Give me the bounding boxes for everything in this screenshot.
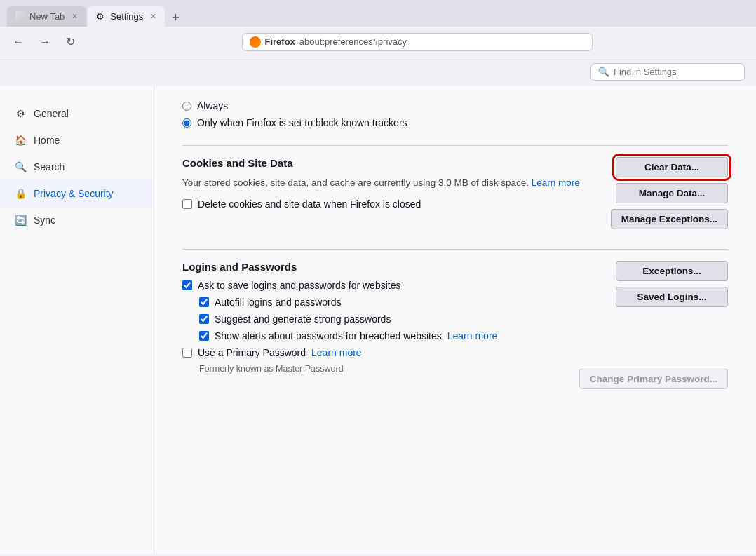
suggest-row: Suggest and generate strong passwords xyxy=(199,313,562,325)
suggest-checkbox[interactable] xyxy=(199,314,209,324)
sync-icon: 🔄 xyxy=(14,214,27,226)
ask-save-label: Ask to save logins and passwords for web… xyxy=(198,280,400,291)
delete-cookies-label: Delete cookies and site data when Firefo… xyxy=(198,198,421,210)
change-primary-password-button[interactable]: Change Primary Password... xyxy=(579,369,728,389)
lock-icon: 🔒 xyxy=(14,187,27,200)
manage-exceptions-button[interactable]: Manage Exceptions... xyxy=(611,209,728,229)
tab-newtab[interactable]: New Tab ✕ xyxy=(7,6,86,27)
tab-settings-close[interactable]: ✕ xyxy=(150,12,156,21)
find-settings-input[interactable] xyxy=(614,67,737,77)
always-label: Always xyxy=(197,100,228,111)
search-icon: 🔍 xyxy=(14,161,27,173)
sidebar-item-home[interactable]: 🏠 Home xyxy=(0,127,154,154)
tab-bar: New Tab ✕ ⚙ Settings ✕ + xyxy=(0,0,756,27)
logins-left: Logins and Passwords Ask to save logins … xyxy=(182,261,562,389)
alerts-learn-more[interactable]: Learn more xyxy=(447,330,498,341)
autofill-checkbox[interactable] xyxy=(199,297,209,307)
divider-2 xyxy=(182,249,728,250)
firefox-logo xyxy=(250,36,261,48)
tracking-protection-group: Always Only when Firefox is set to block… xyxy=(182,100,728,128)
forward-button[interactable]: → xyxy=(35,33,55,51)
tab-settings-label: Settings xyxy=(110,11,143,22)
cookies-title: Cookies and Site Data xyxy=(182,157,594,169)
find-bar-row: 🔍 xyxy=(0,57,756,86)
main-layout: ⚙ General 🏠 Home 🔍 Search 🔒 Privacy & Se… xyxy=(0,86,756,554)
sidebar: ⚙ General 🏠 Home 🔍 Search 🔒 Privacy & Se… xyxy=(0,86,154,554)
browser-chrome: New Tab ✕ ⚙ Settings ✕ + ← → ↻ Firefox a… xyxy=(0,0,756,57)
logins-section: Logins and Passwords Ask to save logins … xyxy=(182,261,728,389)
address-bar[interactable]: Firefox about:preferences#privacy xyxy=(242,33,593,51)
logins-right: Exceptions... Saved Logins... Change Pri… xyxy=(579,261,728,389)
use-primary-label: Use a Primary Password xyxy=(198,347,306,358)
only-when-radio[interactable] xyxy=(182,118,191,128)
always-radio[interactable] xyxy=(182,102,191,111)
sidebar-label-general: General xyxy=(34,108,69,119)
use-primary-checkbox[interactable] xyxy=(182,348,192,358)
manage-data-button[interactable]: Manage Data... xyxy=(616,183,728,203)
exceptions-button[interactable]: Exceptions... xyxy=(616,261,728,281)
formerly-known: Formerly known as Master Password xyxy=(199,364,562,374)
sidebar-label-privacy: Privacy & Security xyxy=(34,188,114,199)
search-icon: 🔍 xyxy=(598,67,609,77)
autofill-row: Autofill logins and passwords xyxy=(199,297,562,308)
site-name: Firefox xyxy=(265,36,295,47)
settings-favicon: ⚙ xyxy=(96,11,106,21)
autofill-label: Autofill logins and passwords xyxy=(215,297,342,308)
sidebar-label-sync: Sync xyxy=(34,215,55,226)
suggest-label: Suggest and generate strong passwords xyxy=(215,313,391,325)
always-radio-row: Always xyxy=(182,100,728,111)
divider-1 xyxy=(182,145,728,146)
new-tab-button[interactable]: + xyxy=(166,9,185,27)
use-primary-row: Use a Primary Password Learn more xyxy=(182,347,562,358)
alerts-checkbox[interactable] xyxy=(199,331,209,341)
ask-save-row: Ask to save logins and passwords for web… xyxy=(182,280,562,291)
cookies-section: Cookies and Site Data Your stored cookie… xyxy=(182,157,728,229)
cookies-right: Clear Data... Manage Data... Manage Exce… xyxy=(611,157,728,229)
gear-icon: ⚙ xyxy=(14,107,27,120)
find-input-container[interactable]: 🔍 xyxy=(590,63,745,81)
tab-settings[interactable]: ⚙ Settings ✕ xyxy=(88,6,165,27)
saved-logins-button[interactable]: Saved Logins... xyxy=(616,287,728,307)
sidebar-item-general[interactable]: ⚙ General xyxy=(0,100,154,127)
home-icon: 🏠 xyxy=(14,134,27,147)
ask-save-checkbox[interactable] xyxy=(182,280,192,290)
only-when-label: Only when Firefox is set to block known … xyxy=(197,117,407,128)
sidebar-item-sync[interactable]: 🔄 Sync xyxy=(0,207,154,233)
only-when-radio-row: Only when Firefox is set to block known … xyxy=(182,117,728,128)
delete-cookies-checkbox[interactable] xyxy=(182,199,192,209)
use-primary-learn-more[interactable]: Learn more xyxy=(311,347,362,358)
clear-data-button[interactable]: Clear Data... xyxy=(616,157,728,177)
delete-cookies-row: Delete cookies and site data when Firefo… xyxy=(182,198,594,210)
tab-newtab-close[interactable]: ✕ xyxy=(72,12,78,21)
address-text: about:preferences#privacy xyxy=(299,36,407,47)
cookies-desc: Your stored cookies, site data, and cach… xyxy=(182,176,594,190)
logins-title: Logins and Passwords xyxy=(182,261,562,273)
nav-bar: ← → ↻ Firefox about:preferences#privacy xyxy=(0,27,756,57)
alerts-row: Show alerts about passwords for breached… xyxy=(199,330,562,341)
newtab-favicon xyxy=(15,11,25,21)
sidebar-item-search[interactable]: 🔍 Search xyxy=(0,154,154,180)
alerts-label: Show alerts about passwords for breached… xyxy=(215,330,442,341)
content-area: Always Only when Firefox is set to block… xyxy=(154,86,756,554)
back-button[interactable]: ← xyxy=(8,33,28,51)
sidebar-label-home: Home xyxy=(34,135,60,146)
reload-button[interactable]: ↻ xyxy=(62,32,79,51)
tab-newtab-label: New Tab xyxy=(29,11,65,22)
cookies-left: Cookies and Site Data Your stored cookie… xyxy=(182,157,594,229)
sidebar-item-privacy[interactable]: 🔒 Privacy & Security xyxy=(0,180,154,207)
cookies-learn-more[interactable]: Learn more xyxy=(532,177,580,188)
sidebar-label-search: Search xyxy=(34,161,65,172)
